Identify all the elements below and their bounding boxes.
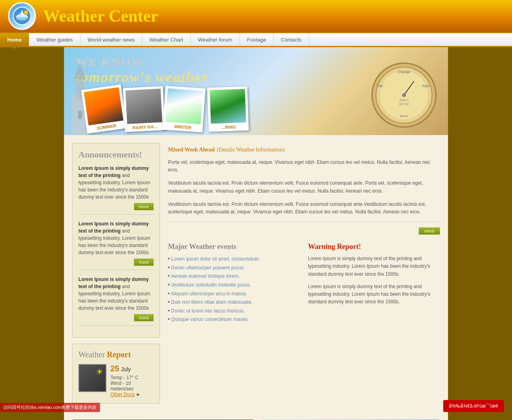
nav-home[interactable]: Home xyxy=(0,33,29,46)
nav-footage[interactable]: Footage xyxy=(240,33,274,46)
list-item: Duis non libero vitae diam malesuada. xyxy=(168,298,300,307)
promo-button[interactable]: å%‰å¾€ã·èl½æ¯¨ïæ¢ xyxy=(443,400,504,412)
announcements-box: Announcements! Lorem Ipsum is simply dum… xyxy=(72,143,160,338)
svg-point-3 xyxy=(24,10,28,14)
svg-point-17 xyxy=(402,93,406,97)
weather-report-title: Weather Report xyxy=(78,350,154,359)
article-more-btn[interactable]: more xyxy=(419,227,440,235)
svg-text:Fair: Fair xyxy=(377,84,383,88)
svg-text:Storm: Storm xyxy=(400,114,408,118)
warning-report-section: Warning Report! Lorem Ipsum is simply du… xyxy=(308,243,440,324)
photo-spring-label: ...RING xyxy=(221,124,236,129)
wr-title-accent: Report xyxy=(107,350,131,359)
hero-banner: WE KNOW tomorrow's weather SUMMER RAINY … xyxy=(64,47,448,135)
weather-detail: 25 July Temp - 17° C Wind - 10 meters/se… xyxy=(110,364,154,397)
content-area: Announcements! Lorem Ipsum is simply dum… xyxy=(64,135,448,412)
event-list: Lorem ipsum dolor sit amet, consectetuer… xyxy=(168,255,300,324)
photo-spring: ...RING xyxy=(207,86,249,131)
warning-report-title: Warning Report! xyxy=(308,243,440,251)
bottom-section: Major Weather events Lorem ipsum dolor s… xyxy=(168,243,440,324)
photo-winter: WINTER xyxy=(162,86,205,133)
article-para-2: Vestibulum iaculis lacinia est. Proin di… xyxy=(168,179,440,195)
svg-text:Change: Change xyxy=(398,70,410,74)
weather-wind: Wind - 10 meters/sec xyxy=(110,380,154,392)
list-item: Donec ut lorem nec lacus rhoncus. xyxy=(168,307,300,316)
announcement-item: Lorem Ipsum is simply dummy text of the … xyxy=(78,276,154,326)
main-nav: Home Weather guides World weather news W… xyxy=(0,32,512,47)
site-title: Weather Center xyxy=(43,6,158,26)
weather-temp: Temp - 17° C xyxy=(110,375,154,380)
warning-text-2: Lorem Ipsum is simply dummy text of the … xyxy=(308,283,440,306)
weather-report-box: Weather Report 25 July Temp - 17° C Wind… xyxy=(72,344,160,404)
svg-rect-7 xyxy=(78,111,82,119)
title-accent: Center xyxy=(109,7,158,25)
major-events-title: Major Weather events xyxy=(168,243,300,251)
title-plain: Weather xyxy=(43,7,109,25)
watermark: 访问四号社区bbs.xienlao.com免费下载更多内容 xyxy=(0,403,100,412)
nav-world-weather[interactable]: World weather news xyxy=(80,33,142,46)
photo-rainy: RAINY DA... xyxy=(123,86,165,132)
nav-weather-forum[interactable]: Weather forum xyxy=(191,33,240,46)
svg-text:Rain: Rain xyxy=(422,84,430,88)
list-item: Donec ullamcorper posuere purus. xyxy=(168,264,300,273)
main-content: Mixed Week Ahead (Details Weather Inform… xyxy=(168,143,440,404)
announcement-item: Lorem Ipsum is simply dummy text of the … xyxy=(78,220,154,270)
list-item: Aliquam ullamcorper arcu in massa. xyxy=(168,290,300,299)
photo-summer-label: SUMMER xyxy=(96,123,116,131)
logo-circle xyxy=(8,2,36,30)
announce-text-2: Lorem Ipsum is simply dummy text of the … xyxy=(78,220,154,256)
weather-date: 25 July xyxy=(110,364,154,373)
photo-winter-label: WINTER xyxy=(174,124,192,130)
announce-more-btn-2[interactable]: more xyxy=(134,259,154,266)
svg-text:METER: METER xyxy=(399,103,409,105)
svg-text:BARO: BARO xyxy=(400,98,409,102)
weather-icon-area: 25 July Temp - 17° C Wind - 10 meters/se… xyxy=(78,364,154,397)
announce-more-btn-1[interactable]: more xyxy=(134,203,154,210)
weather-date-month: July xyxy=(121,366,131,372)
photo-rainy-label: RAINY DA... xyxy=(132,124,158,130)
weather-other-link: Other Docs xyxy=(110,392,135,397)
barometer-graphic: Change Rain Fair Storm BARO METER xyxy=(368,51,440,131)
list-item: Vestibulum solicitudin molestie purus. xyxy=(168,281,300,290)
weather-arrow: ► xyxy=(136,392,141,397)
weather-date-num: 25 xyxy=(110,364,119,373)
major-events-section: Major Weather events Lorem ipsum dolor s… xyxy=(168,243,300,324)
article-footer: more xyxy=(168,221,440,235)
announce-text-1: Lorem Ipsum is simply dummy text of the … xyxy=(78,165,154,201)
announcement-item: Lorem Ipsum is simply dummy text of the … xyxy=(78,165,154,215)
list-item: Lorem ipsum dolor sit amet, consectetuer… xyxy=(168,255,300,264)
weather-icon-img xyxy=(78,364,106,392)
photo-summer: SUMMER xyxy=(81,85,127,134)
announcements-title: Announcements! xyxy=(78,149,154,160)
nav-weather-chart[interactable]: Weather Chart xyxy=(142,33,191,46)
svg-marker-6 xyxy=(74,63,86,79)
list-item: Quisque varius consectetuer mauris. xyxy=(168,315,300,324)
nav-weather-guides[interactable]: Weather guides xyxy=(29,33,80,46)
announce-more-btn-3[interactable]: more xyxy=(134,314,154,321)
main-wrapper: WE KNOW tomorrow's weather SUMMER RAINY … xyxy=(64,47,448,420)
article-title-main: Mixed Week Ahead xyxy=(168,147,214,153)
article-divider xyxy=(168,221,440,222)
warning-text-1: Lorem Ipsum is simply dummy text of the … xyxy=(308,255,440,278)
list-item: Aenean euismod tristique lorem. xyxy=(168,272,300,281)
article-title-sub: (Details Weather Information) xyxy=(217,147,284,153)
nav-contacts[interactable]: Contacts xyxy=(274,33,309,46)
announce-text-3: Lorem Ipsum is simply dummy text of the … xyxy=(78,276,154,312)
weather-more[interactable]: Other Docs ► xyxy=(110,392,154,397)
article-title: Mixed Week Ahead (Details Weather Inform… xyxy=(168,143,440,154)
site-header: Weather Center xyxy=(0,0,512,32)
wr-title-plain: Weather xyxy=(78,350,107,359)
article-para-1: Porta vel, scelerisque eget, malesuada a… xyxy=(168,159,440,174)
article-para-3: Vestibulum iaculis lacinia est. Proin di… xyxy=(168,201,440,216)
left-sidebar: Announcements! Lorem Ipsum is simply dum… xyxy=(72,143,160,404)
